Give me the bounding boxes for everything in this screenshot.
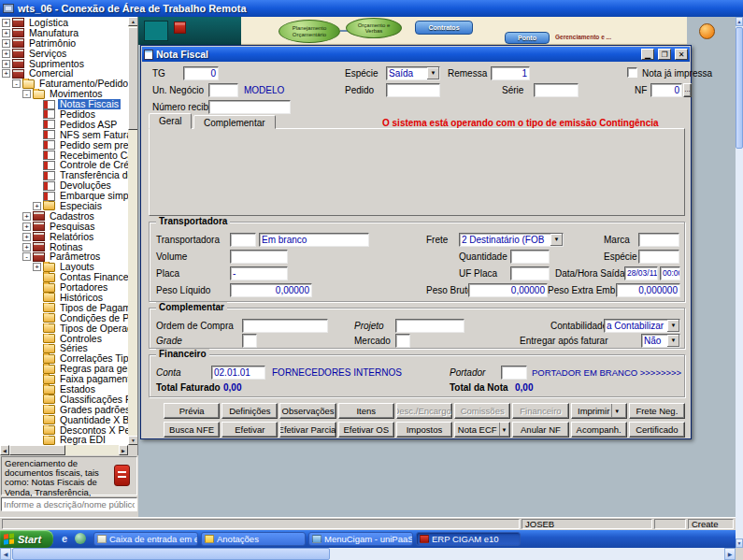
transportadora-field[interactable] <box>230 233 256 247</box>
un-negocio-field[interactable] <box>208 83 238 97</box>
transportadora-desc-field[interactable]: Em branco <box>259 233 369 247</box>
tree-item[interactable]: Descontos X Peso <box>0 425 128 436</box>
maximize-button[interactable]: ❐ <box>658 49 671 60</box>
peso-extra-field[interactable]: 0,000000 <box>616 283 680 297</box>
tree-item[interactable]: Pedidos <box>0 109 128 120</box>
button-efetivar[interactable]: Efetivar <box>221 422 278 438</box>
peso-liquido-field[interactable]: 0,00000 <box>230 283 312 297</box>
close-button[interactable]: ✕ <box>675 49 688 60</box>
tree-item[interactable]: Classificações Fiscais <box>0 395 128 405</box>
expand-icon[interactable]: + <box>33 202 41 210</box>
tree-item[interactable]: Contas Financeiras <box>0 272 128 282</box>
tree-item[interactable]: +Pesquisas <box>0 222 128 232</box>
tree-item[interactable]: Correlações Tipos de Operaç <box>0 353 128 364</box>
button-itens[interactable]: Itens <box>338 403 394 419</box>
taskbar-task-menucigam-unipaas-e[interactable]: MenuCigam - uniPaaS - E... <box>308 532 413 546</box>
tree-item[interactable]: +Rotinas <box>0 242 128 252</box>
chevron-down-icon[interactable]: ▼ <box>667 335 679 347</box>
tree-item[interactable]: Pedido sem previsão finance <box>0 140 128 151</box>
scroll-right-icon[interactable]: ▶ <box>724 548 736 560</box>
tree-item[interactable]: Faixa pagamentos <box>0 374 128 384</box>
tree-item[interactable]: Grades padrões <box>0 405 128 415</box>
tree-item[interactable]: +Suprimentos <box>0 59 128 69</box>
tree-item[interactable]: +Especiais <box>0 201 128 211</box>
scroll-left-icon[interactable]: ◀ <box>0 548 11 560</box>
data-saida-field[interactable]: 28/03/11 <box>624 266 658 280</box>
tree-item[interactable]: Tipos de Pagamento <box>0 303 128 313</box>
vertical-scrollbar[interactable]: ▲ ▼ <box>736 17 743 548</box>
tree-item[interactable]: -Faturamento/Pedidos <box>0 79 128 89</box>
entregar-select[interactable]: Não▼ <box>641 334 680 348</box>
tree-item[interactable]: Condições de Pagamento <box>0 313 128 323</box>
scrollbar-thumb[interactable] <box>128 27 138 130</box>
marca-field[interactable] <box>638 233 679 247</box>
quantidade-field[interactable] <box>510 250 550 264</box>
tree-item[interactable]: Regras para gerar Comissõe <box>0 364 128 374</box>
tree-item[interactable]: Portadores <box>0 282 128 293</box>
expand-icon[interactable]: + <box>2 50 10 58</box>
expand-icon[interactable]: + <box>2 69 10 78</box>
tree-item[interactable]: NFS sem Faturamento <box>0 130 128 140</box>
scroll-up-icon[interactable]: ▲ <box>736 17 743 26</box>
tree-item[interactable]: Quantidade X Bonificação <box>0 415 128 425</box>
dropdown-arrow-icon[interactable]: ▼ <box>499 423 507 437</box>
hora-saida-field[interactable]: 00:00 <box>660 266 680 280</box>
expand-icon[interactable]: + <box>22 243 31 251</box>
tree-item[interactable]: +Patrimônio <box>0 38 128 49</box>
button-busca-nfe[interactable]: Busca NFE <box>164 422 220 438</box>
scroll-up-icon[interactable]: ▲ <box>128 17 138 26</box>
scroll-left-icon[interactable]: ◀ <box>0 445 9 455</box>
expand-icon[interactable]: + <box>2 19 10 27</box>
tree-item[interactable]: Transferência de produtos <box>0 170 128 180</box>
projeto-field[interactable] <box>395 319 464 333</box>
tree-item[interactable]: Séries <box>0 344 128 354</box>
serie-field[interactable] <box>534 83 579 97</box>
button-definicoes[interactable]: Definições <box>221 403 278 419</box>
button-acompanh[interactable]: Acompanh. <box>571 422 627 438</box>
placa-field[interactable]: - <box>230 266 288 280</box>
tg-field[interactable]: 0 <box>183 66 219 80</box>
button-impostos[interactable]: Impostos <box>396 422 452 438</box>
tree-item[interactable]: Notas Fiscais <box>0 99 128 109</box>
tree-horizontal-scrollbar[interactable]: ◀ ▶ <box>0 445 128 455</box>
ordem-compra-field[interactable] <box>242 319 328 333</box>
tree-item[interactable]: Regra EDI <box>0 436 128 445</box>
tree-item[interactable]: Pedidos ASP <box>0 120 128 130</box>
tree-item[interactable]: Devoluções <box>0 180 128 191</box>
expand-icon[interactable]: + <box>2 39 10 48</box>
collapse-icon[interactable]: - <box>12 79 21 88</box>
especie-transp-field[interactable] <box>638 250 679 264</box>
button-certificado[interactable]: Certificado <box>629 422 685 438</box>
expand-icon[interactable]: + <box>33 263 41 271</box>
tree-item[interactable]: +Comercial <box>0 68 128 79</box>
nf-browse-button[interactable]: ... <box>683 83 692 97</box>
grade-field[interactable] <box>242 334 257 348</box>
numero-recibo-field[interactable] <box>208 100 291 114</box>
scrollbar-thumb[interactable] <box>12 548 330 560</box>
collapse-icon[interactable]: - <box>22 90 31 98</box>
scroll-down-icon[interactable]: ▼ <box>736 538 743 548</box>
chevron-down-icon[interactable]: ▼ <box>550 234 563 246</box>
button-previa[interactable]: Prévia <box>164 403 220 419</box>
scrollbar-thumb[interactable] <box>9 445 65 455</box>
expand-icon[interactable]: + <box>22 212 31 221</box>
conta-field[interactable]: 02.01.01 <box>211 366 265 380</box>
tree-item[interactable]: Embarque simplificado <box>0 191 128 201</box>
button-anular-nf[interactable]: Anular NF <box>512 422 568 438</box>
especie-select[interactable]: Saída▼ <box>386 66 440 80</box>
tree-item[interactable]: +Logística <box>0 18 128 28</box>
tree-item[interactable]: +Cadastros <box>0 211 128 222</box>
internet-explorer-icon[interactable]: e <box>58 533 71 545</box>
collapse-icon[interactable]: - <box>22 252 31 261</box>
pedido-field[interactable] <box>386 83 440 97</box>
window-titlebar[interactable]: wts_06 - Conexão de Área de Trabalho Rem… <box>0 0 743 17</box>
nota-impressa-checkbox[interactable] <box>627 67 637 78</box>
tree-item[interactable]: Controle de Crédito <box>0 160 128 170</box>
tree-item[interactable]: -Parâmetros <box>0 251 128 262</box>
volume-field[interactable] <box>230 250 288 264</box>
expand-icon[interactable]: + <box>2 60 10 68</box>
tree-item[interactable]: +Layouts <box>0 262 128 272</box>
uf-placa-field[interactable] <box>510 266 550 280</box>
start-button[interactable]: Start <box>0 530 53 548</box>
remessa-field[interactable]: 1 <box>491 66 530 80</box>
